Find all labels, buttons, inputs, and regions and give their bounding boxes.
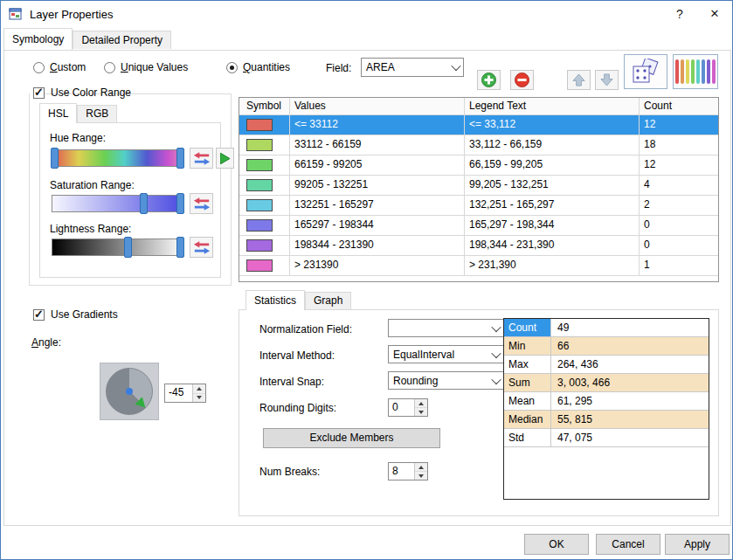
table-row[interactable]: 165297 - 198344 165,297 - 198,344 0 (239, 216, 718, 236)
interval-snap-label: Interval Snap: (259, 376, 324, 388)
stat-row[interactable]: Min 66 (504, 337, 709, 356)
cell-count: 12 (640, 115, 718, 135)
tab-graph[interactable]: Graph (305, 292, 351, 309)
table-row[interactable]: 198344 - 231390 198,344 - 231,390 0 (239, 236, 718, 256)
stat-name: Count (504, 319, 551, 337)
rounding-digits-label: Rounding Digits: (259, 402, 336, 414)
angle-spinner[interactable]: -45 (164, 384, 206, 403)
table-row[interactable]: 132251 - 165297 132,251 - 165,297 2 (239, 196, 718, 216)
use-gradients-checkbox[interactable] (33, 309, 45, 321)
tab-detailed-property[interactable]: Detailed Property (73, 31, 171, 49)
normalization-field-label: Normalization Field: (259, 323, 352, 335)
saturation-range-slider[interactable] (52, 195, 184, 212)
stat-row[interactable]: Sum 3, 003, 466 (504, 374, 709, 392)
lightness-slider-thumb-max[interactable] (176, 237, 184, 258)
radio-custom-label[interactable]: Custom (50, 61, 86, 73)
cell-legend: 33,112 - 66,159 (465, 135, 640, 156)
column-header-legend-text[interactable]: Legend Text (465, 98, 640, 115)
tab-symbology[interactable]: Symbology (3, 28, 73, 50)
cell-values: 132251 - 165297 (290, 196, 465, 216)
arrow-down-icon (600, 73, 613, 86)
tab-hsl[interactable]: HSL (39, 103, 77, 123)
interval-snap-combobox[interactable]: Rounding (388, 371, 504, 390)
hue-reverse-button[interactable] (190, 148, 213, 169)
symbol-swatch (246, 159, 273, 171)
move-down-button[interactable] (595, 70, 619, 90)
ok-button[interactable]: OK (524, 534, 589, 555)
spin-up-button[interactable] (415, 463, 427, 472)
radio-quantities[interactable] (226, 62, 238, 73)
statistics-table: Count 49 Min 66 Max 264, 436 Sum 3, 003,… (503, 318, 709, 500)
close-button[interactable]: ✕ (697, 1, 732, 27)
stat-row[interactable]: Count 49 (504, 319, 709, 337)
stat-name: Std (504, 429, 551, 447)
table-row[interactable]: <= 33112 <= 33,112 12 (239, 115, 718, 135)
table-row[interactable]: 66159 - 99205 66,159 - 99,205 12 (239, 156, 718, 176)
radio-unique-values-label[interactable]: Unique Values (121, 61, 188, 73)
random-colors-button[interactable] (624, 54, 667, 89)
lightness-reverse-button[interactable] (190, 237, 213, 258)
add-break-button[interactable] (477, 70, 501, 90)
field-combobox[interactable]: AREA (361, 58, 464, 77)
radio-unique-values[interactable] (104, 62, 115, 73)
column-header-count[interactable]: Count (640, 98, 718, 115)
tab-rgb[interactable]: RGB (77, 105, 117, 122)
hue-slider-thumb-max[interactable] (176, 148, 184, 169)
use-color-range-checkbox[interactable]: Use Color Range (30, 86, 33, 100)
color-ramp-button[interactable] (673, 54, 718, 89)
lightness-slider-thumb-min[interactable] (124, 237, 132, 258)
use-color-range-checkbox-box[interactable] (33, 87, 45, 99)
interval-method-label: Interval Method: (259, 349, 335, 362)
spin-down-button[interactable] (415, 472, 427, 480)
cell-values: 33112 - 66159 (290, 135, 465, 156)
stat-row[interactable]: Mean 61, 295 (504, 392, 709, 411)
cell-count: 0 (640, 236, 718, 256)
radio-custom[interactable] (33, 62, 45, 73)
cell-values: 66159 - 99205 (290, 156, 465, 176)
help-button[interactable]: ? (662, 1, 697, 27)
remove-break-button[interactable] (510, 70, 534, 90)
stat-value: 47, 075 (551, 429, 709, 447)
saturation-reverse-button[interactable] (190, 193, 213, 214)
spin-up-button[interactable] (193, 384, 205, 394)
normalization-field-combobox[interactable] (388, 319, 504, 337)
hue-range-slider[interactable] (52, 149, 184, 167)
cell-count: 0 (640, 216, 718, 236)
apply-button[interactable]: Apply (665, 534, 730, 555)
angle-dial[interactable] (100, 363, 159, 420)
num-breaks-spinner[interactable]: 8 (388, 462, 428, 480)
table-row[interactable]: 99205 - 132251 99,205 - 132,251 4 (239, 176, 718, 196)
num-breaks-value: 8 (389, 463, 414, 480)
field-combobox-value: AREA (362, 61, 448, 73)
interval-method-combobox[interactable]: EqualInterval (388, 345, 504, 363)
saturation-slider-thumb-max[interactable] (176, 193, 184, 214)
stat-row[interactable]: Std 47, 075 (504, 429, 709, 447)
stat-row[interactable]: Median 55, 815 (504, 411, 709, 429)
column-header-values[interactable]: Values (290, 98, 465, 115)
cell-values: 165297 - 198344 (290, 216, 465, 236)
radio-quantities-label[interactable]: Quantities (243, 61, 290, 73)
stat-row[interactable]: Max 264, 436 (504, 356, 709, 374)
symbol-swatch (246, 119, 273, 131)
cell-values: 198344 - 231390 (290, 236, 465, 256)
spin-down-button[interactable] (415, 408, 427, 416)
lightness-range-slider[interactable] (52, 239, 184, 256)
hue-slider-thumb-min[interactable] (51, 148, 59, 169)
table-row[interactable]: 33112 - 66159 33,112 - 66,159 18 (239, 135, 718, 156)
spin-up-button[interactable] (415, 399, 427, 408)
app-icon (9, 7, 23, 21)
symbol-swatch (246, 259, 273, 272)
symbol-swatch (246, 199, 273, 211)
exclude-members-button[interactable]: Exclude Members (263, 428, 440, 448)
rounding-digits-spinner-buttons (414, 399, 427, 416)
column-header-symbol[interactable]: Symbol (239, 98, 290, 115)
table-row[interactable]: > 231390 > 231,390 1 (239, 256, 718, 276)
saturation-slider-thumb-min[interactable] (140, 193, 148, 214)
tab-statistics[interactable]: Statistics (245, 290, 305, 310)
hue-apply-button[interactable] (216, 148, 234, 169)
lightness-range-label: Lightness Range: (50, 223, 131, 235)
cancel-button[interactable]: Cancel (596, 534, 660, 555)
move-up-button[interactable] (567, 70, 591, 90)
spin-down-button[interactable] (193, 394, 205, 403)
rounding-digits-spinner[interactable]: 0 (388, 398, 428, 417)
